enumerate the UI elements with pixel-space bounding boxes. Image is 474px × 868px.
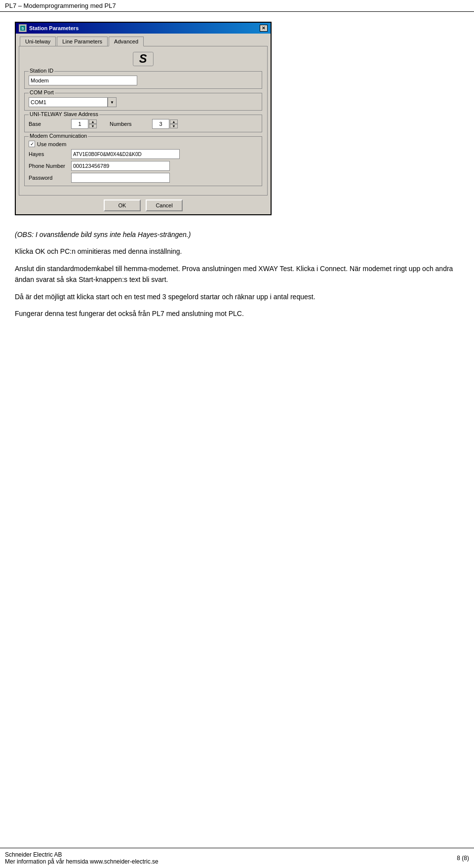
schneider-logo-area: S — [24, 51, 262, 66]
dialog-titlebar: S Station Parameters ✕ — [16, 23, 271, 34]
dialog-tabs: Uni-telway Line Parameters Advanced — [20, 37, 271, 46]
uni-telway-group: UNI-TELWAY Slave Address Base ▲ ▼ Number… — [24, 115, 262, 132]
com-port-select: ▼ — [29, 97, 117, 107]
com-port-row: ▼ — [29, 97, 258, 107]
use-modem-label: Use modem — [37, 141, 66, 147]
footer-left: Schneider Electric AB Mer information på… — [5, 851, 158, 865]
dialog-body: S Station ID COM Port — [19, 46, 268, 196]
hayes-row: Hayes — [29, 149, 258, 159]
base-spinbox: ▲ ▼ — [71, 119, 97, 129]
page-header: PL7 – Modemprogrammering med PL7 — [0, 0, 474, 12]
paragraph4: Fungerar denna test fungerar det också f… — [15, 308, 459, 319]
hayes-label: Hayes — [29, 151, 68, 157]
com-port-dropdown-btn[interactable]: ▼ — [108, 97, 117, 107]
cancel-button[interactable]: Cancel — [146, 199, 183, 211]
footer-page: 8 (8) — [457, 855, 469, 862]
dialog-title: Station Parameters — [29, 25, 79, 31]
text-content: (OBS: I ovanstående bild syns inte hela … — [15, 229, 459, 319]
station-id-row — [29, 76, 258, 85]
svg-text:S: S — [139, 52, 147, 65]
modem-comm-group: Modem Communication ✓ Use modem Hayes Ph… — [24, 136, 262, 186]
paragraph3: Då är det möjligt att klicka start och e… — [15, 291, 459, 302]
ok-button[interactable]: OK — [104, 199, 141, 211]
station-id-label: Station ID — [29, 68, 54, 74]
tab-line-parameters[interactable]: Line Parameters — [57, 37, 108, 46]
hayes-input[interactable] — [71, 149, 180, 159]
use-modem-row: ✓ Use modem — [29, 141, 258, 147]
station-id-input[interactable] — [29, 76, 137, 85]
numbers-input[interactable] — [152, 119, 169, 129]
obs-note: (OBS: I ovanstående bild syns inte hela … — [15, 229, 459, 240]
station-id-group: Station ID — [24, 71, 262, 89]
paragraph1: Klicka OK och PC:n ominitieras med denna… — [15, 246, 459, 257]
footer-company: Schneider Electric AB — [5, 851, 158, 858]
titlebar-icon: S — [19, 24, 27, 32]
page-footer: Schneider Electric AB Mer information på… — [0, 848, 474, 868]
dialog-window: S Station Parameters ✕ Uni-telway Line P… — [15, 22, 272, 215]
tab-advanced[interactable]: Advanced — [109, 37, 144, 46]
phone-label: Phone Number — [29, 163, 68, 169]
dialog-area: S Station Parameters ✕ Uni-telway Line P… — [15, 22, 459, 215]
close-button[interactable]: ✕ — [260, 25, 268, 32]
com-port-label: COM Port — [29, 89, 55, 95]
schneider-logo: S — [131, 51, 156, 66]
password-row: Password — [29, 173, 258, 183]
com-port-input[interactable] — [29, 97, 108, 107]
base-label: Base — [29, 121, 68, 127]
com-port-group: COM Port ▼ — [24, 93, 262, 111]
base-spin-up[interactable]: ▲ — [89, 119, 97, 124]
footer-website: Mer information på vår hemsida www.schne… — [5, 858, 158, 865]
dialog-footer: OK Cancel — [19, 199, 268, 211]
numbers-spin-down[interactable]: ▼ — [170, 124, 178, 128]
password-input[interactable] — [71, 173, 170, 183]
base-input[interactable] — [71, 119, 88, 129]
numbers-spin-up[interactable]: ▲ — [170, 119, 178, 124]
main-content: S Station Parameters ✕ Uni-telway Line P… — [0, 12, 474, 335]
page-title: PL7 – Modemprogrammering med PL7 — [5, 2, 116, 9]
modem-comm-label: Modem Communication — [29, 133, 88, 139]
use-modem-checkbox[interactable]: ✓ — [29, 141, 35, 147]
numbers-spinbox-buttons: ▲ ▼ — [170, 119, 178, 128]
phone-input[interactable] — [71, 161, 170, 171]
uni-telway-label: UNI-TELWAY Slave Address — [29, 111, 99, 117]
numbers-label: Numbers — [110, 121, 149, 127]
base-spinbox-buttons: ▲ ▼ — [89, 119, 97, 128]
base-spin-down[interactable]: ▼ — [89, 124, 97, 128]
titlebar-left: S Station Parameters — [19, 24, 79, 32]
tab-uni-telway[interactable]: Uni-telway — [20, 37, 56, 46]
svg-text:S: S — [21, 26, 24, 31]
uni-telway-row: Base ▲ ▼ Numbers ▲ — [29, 119, 258, 129]
numbers-spinbox: ▲ ▼ — [152, 119, 178, 129]
password-label: Password — [29, 175, 68, 181]
phone-row: Phone Number — [29, 161, 258, 171]
paragraph2: Anslut din standardmodemkabel till hemma… — [15, 263, 459, 285]
